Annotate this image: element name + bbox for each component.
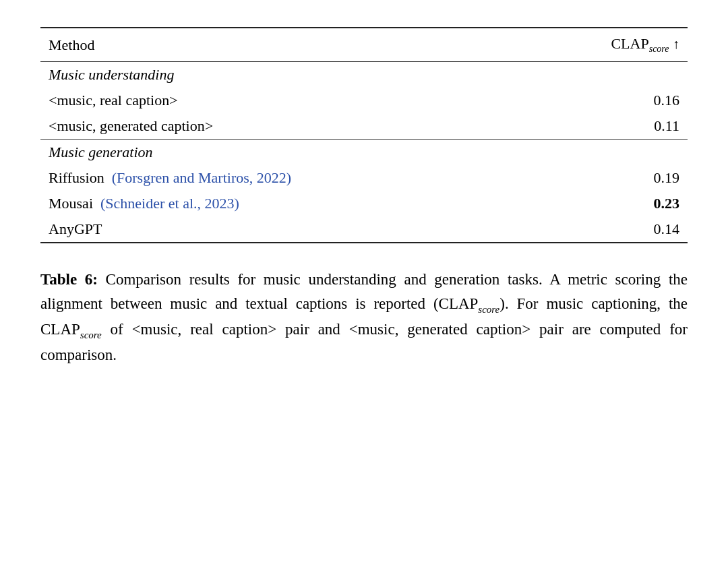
- score-cell: 0.16: [528, 88, 688, 113]
- section-understanding-label: Music understanding: [40, 62, 688, 88]
- method-cell: AnyGPT: [40, 216, 528, 243]
- table-row: Riffusion (Forsgren and Martiros, 2022) …: [40, 165, 688, 191]
- score-cell: 0.14: [528, 216, 688, 243]
- caption-label: Table 6:: [40, 271, 98, 288]
- caption-clap-sub-2: score: [80, 329, 102, 340]
- table-caption: Table 6: Comparison results for music un…: [40, 268, 688, 367]
- table-row: Mousai (Schneider et al., 2023) 0.23: [40, 191, 688, 216]
- method-header: Method: [40, 28, 528, 62]
- score-cell: 0.11: [528, 113, 688, 140]
- method-cell: Riffusion (Forsgren and Martiros, 2022): [40, 165, 528, 191]
- method-cell: Mousai (Schneider et al., 2023): [40, 191, 528, 216]
- table-row: <music, generated caption> 0.11: [40, 113, 688, 140]
- section-understanding-header: Music understanding: [40, 62, 688, 88]
- caption-text-3: of <music, real caption> pair and <music…: [40, 321, 688, 363]
- score-cell: 0.19: [528, 165, 688, 191]
- caption-clap-sub-1: score: [478, 304, 499, 315]
- up-arrow: ↑: [673, 36, 679, 51]
- section-generation-header: Music generation: [40, 140, 688, 166]
- page-container: Method CLAPscore ↑ Music understanding <…: [40, 27, 688, 367]
- score-cell-bold: 0.23: [528, 191, 688, 216]
- citation-link-riffusion[interactable]: (Forsgren and Martiros, 2022): [112, 169, 291, 186]
- clap-label: CLAP: [611, 35, 648, 52]
- comparison-table: Method CLAPscore ↑ Music understanding <…: [40, 27, 688, 243]
- table-row: <music, real caption> 0.16: [40, 88, 688, 113]
- method-cell: <music, real caption>: [40, 88, 528, 113]
- section-generation-label: Music generation: [40, 140, 688, 166]
- score-subscript: score: [649, 44, 669, 54]
- method-cell: <music, generated caption>: [40, 113, 528, 140]
- citation-link-mousai[interactable]: (Schneider et al., 2023): [100, 195, 239, 212]
- table-row: AnyGPT 0.14: [40, 216, 688, 243]
- score-header: CLAPscore ↑: [528, 28, 688, 62]
